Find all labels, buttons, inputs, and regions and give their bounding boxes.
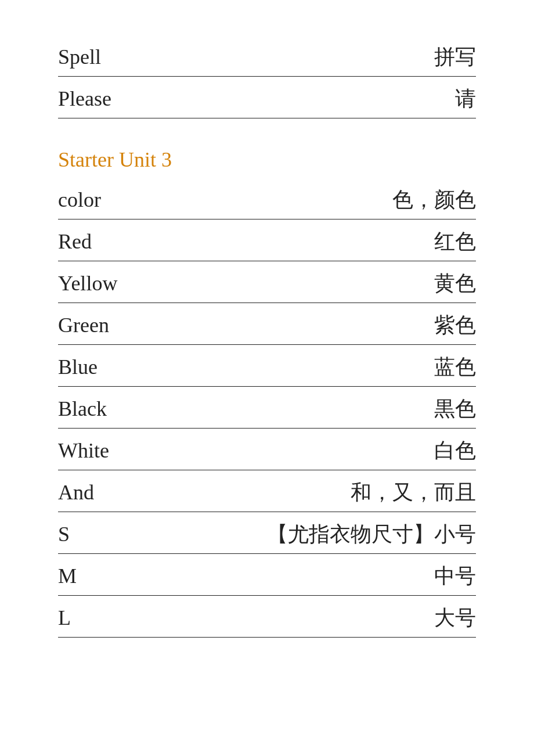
header-row: Spell拼写 <box>58 35 476 77</box>
chinese-translation: 白色 <box>434 437 476 465</box>
english-word: S <box>58 522 70 546</box>
chinese-translation: 【尤指衣物尺寸】小号 <box>267 520 476 549</box>
english-word: Please <box>58 87 111 111</box>
vocab-row: M中号 <box>58 554 476 596</box>
english-word: Black <box>58 397 107 421</box>
vocab-row: Green紫色 <box>58 303 476 345</box>
english-word: Blue <box>58 355 98 379</box>
vocab-row: S【尤指衣物尺寸】小号 <box>58 512 476 554</box>
english-word: L <box>58 606 71 630</box>
unit-section: Starter Unit 3 color色，颜色Red红色Yellow黄色Gre… <box>58 147 476 638</box>
header-section: Spell拼写Please请 <box>58 35 476 118</box>
english-word: And <box>58 480 94 505</box>
chinese-translation: 大号 <box>434 604 476 632</box>
vocab-row: color色，颜色 <box>58 178 476 219</box>
header-row: Please请 <box>58 77 476 118</box>
vocab-row: Blue蓝色 <box>58 345 476 387</box>
english-word: M <box>58 564 77 588</box>
vocab-row: And和，又，而且 <box>58 470 476 512</box>
unit-title: Starter Unit 3 <box>58 147 476 172</box>
vocab-row: L大号 <box>58 596 476 638</box>
english-word: Green <box>58 313 109 337</box>
vocab-row: Yellow黄色 <box>58 261 476 303</box>
chinese-translation: 紫色 <box>434 311 476 340</box>
vocab-row: Black黒色 <box>58 387 476 429</box>
english-word: color <box>58 188 101 212</box>
chinese-translation: 色，颜色 <box>392 186 476 214</box>
english-word: Yellow <box>58 271 117 296</box>
chinese-translation: 红色 <box>434 228 476 256</box>
chinese-translation: 黄色 <box>434 269 476 298</box>
english-word: Spell <box>58 45 101 69</box>
chinese-translation: 中号 <box>434 562 476 591</box>
english-word: Red <box>58 229 92 254</box>
vocab-row: Red红色 <box>58 219 476 261</box>
vocab-row: White白色 <box>58 429 476 470</box>
chinese-translation: 和，又，而且 <box>351 478 476 507</box>
chinese-translation: 黒色 <box>434 395 476 423</box>
chinese-translation: 拼写 <box>434 43 476 71</box>
english-word: White <box>58 438 109 463</box>
chinese-translation: 请 <box>455 85 476 113</box>
chinese-translation: 蓝色 <box>434 353 476 381</box>
